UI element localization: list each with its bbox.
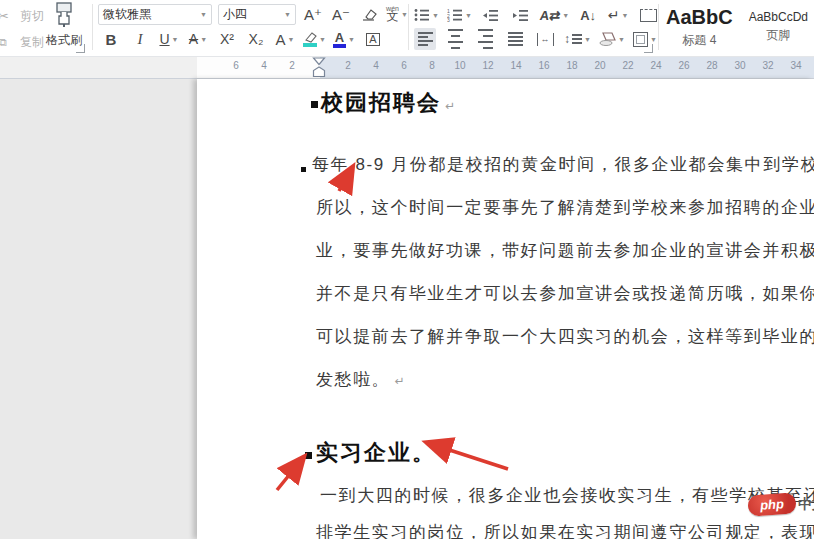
justify-button[interactable] — [504, 28, 526, 50]
grow-font-button[interactable]: A⁺ — [302, 3, 324, 25]
paragraph-mark: ↵ — [445, 99, 455, 113]
body-line: 业，要事先做好功课，带好问题前去参加企业的宣讲会并积极投递简历 — [316, 239, 814, 262]
chevron-down-icon: ▼ — [621, 12, 628, 19]
chevron-down-icon: ▼ — [650, 36, 657, 43]
decrease-indent-button[interactable] — [480, 4, 502, 26]
character-border-button[interactable]: A — [362, 28, 384, 50]
bold-button[interactable]: B — [100, 28, 122, 50]
chevron-down-icon: ▼ — [319, 36, 326, 43]
character-border-glyph: A — [366, 33, 379, 46]
shrink-font-button[interactable]: A⁻ — [330, 3, 352, 25]
font-color-button[interactable]: A ▼ — [333, 28, 355, 50]
increase-indent-button[interactable] — [510, 4, 532, 26]
format-painter-button[interactable]: 格式刷 — [40, 2, 88, 49]
indent-markers[interactable] — [312, 57, 326, 78]
copy-button[interactable]: ⧉ 复制 — [0, 31, 44, 53]
align-right-button[interactable] — [474, 28, 496, 50]
font-family-select[interactable]: 微软雅黑 ▼ — [98, 4, 212, 25]
subscript-button[interactable]: X₂ — [245, 28, 267, 50]
chevron-down-icon: ▼ — [562, 12, 569, 19]
chevron-down-icon: ▼ — [584, 36, 591, 43]
align-right-icon — [478, 27, 493, 51]
scissors-icon: ✂ — [0, 5, 14, 27]
sort-button[interactable]: A↓ — [577, 4, 599, 26]
style-label: 标题 4 — [682, 32, 716, 49]
underline-glyph: U — [159, 32, 169, 46]
brush-icon — [53, 2, 75, 28]
strikethrough-glyph: A — [189, 32, 198, 46]
paragraph-dialog-launcher[interactable] — [644, 44, 653, 53]
body-line: 所以，这个时间一定要事先了解清楚到学校来参加招聘的企业，如果有喜 — [316, 196, 814, 219]
shading-button[interactable]: ▼ — [599, 28, 625, 50]
underline-button[interactable]: U▼ — [158, 28, 180, 50]
clear-format-button[interactable] — [358, 3, 380, 25]
ruler-right-marks: 246810121416182022242628303234 — [334, 60, 810, 71]
bullet-list-button[interactable]: ▼ — [414, 4, 439, 26]
font-size-select[interactable]: 小四 ▼ — [218, 4, 296, 25]
heading-style-bullet — [305, 452, 312, 459]
highlighter-icon — [303, 32, 317, 47]
sort-icon: A↓ — [580, 9, 596, 22]
distribute-icon: ↔ — [537, 33, 554, 46]
numbered-list-icon: 123 — [447, 8, 463, 22]
change-case-glyph: A — [276, 32, 286, 47]
align-left-button[interactable] — [414, 28, 436, 50]
increase-indent-icon — [512, 9, 529, 22]
body-line: 排学生实习的岗位，所以如果在实习期间遵守公司规定，表现较好，一般 — [316, 521, 814, 539]
php-logo: php — [747, 492, 796, 516]
clipboard-dialog-launcher[interactable] — [76, 44, 85, 53]
chevron-down-icon: ▼ — [284, 11, 291, 18]
body-line: 并不是只有毕业生才可以去参加宣讲会或投递简历哦，如果你是大三的 — [316, 282, 814, 305]
chevron-down-icon: ▼ — [288, 36, 295, 43]
character-scale-button[interactable]: A⇄▼ — [540, 4, 569, 26]
body-line-text: 发愁啦。 — [316, 370, 390, 389]
superscript-button[interactable]: X² — [216, 28, 238, 50]
line-spacing-button[interactable]: ↕ ▼ — [564, 28, 591, 50]
numbered-list-button[interactable]: 123 ▼ — [447, 4, 472, 26]
paragraph-mark: ↵ — [394, 374, 404, 388]
svg-text:3: 3 — [447, 17, 450, 22]
character-scale-icon: A⇄ — [539, 9, 561, 22]
style-preview: AaBbCcDd — [749, 10, 808, 24]
chevron-down-icon: ▼ — [348, 36, 355, 43]
watermark: php 中文网 — [748, 494, 814, 515]
left-indent-marker — [314, 67, 325, 77]
document-heading-1: 校园招聘会↵ — [321, 88, 455, 118]
bullet-list-icon — [414, 8, 430, 22]
pinyin-guide-button[interactable]: wén 文 ▼ — [386, 3, 408, 25]
style-label: 页脚 — [766, 27, 790, 44]
change-case-button[interactable]: A▼ — [274, 28, 296, 50]
decrease-indent-icon — [482, 9, 499, 22]
heading-text: 校园招聘会 — [321, 90, 441, 115]
heading-style-bullet — [311, 101, 318, 108]
show-paragraph-marks-button[interactable]: ↵▼ — [607, 4, 629, 26]
chevron-down-icon: ▼ — [465, 12, 472, 19]
ribbon-toolbar: ✂ 剪切 ⧉ 复制 格式刷 微软雅黑 ▼ 小四 ▼ A⁺ A⁻ — [0, 0, 814, 57]
font-color-icon: A — [333, 31, 346, 48]
style-preview: AaBbC — [666, 6, 733, 29]
highlight-color-button[interactable]: ▼ — [303, 28, 326, 50]
tab-stops-button[interactable] — [637, 4, 659, 26]
list-bullet — [301, 167, 306, 172]
chevron-down-icon: ▼ — [401, 11, 408, 18]
document-page[interactable] — [197, 79, 814, 539]
chevron-down-icon: ▼ — [618, 36, 625, 43]
first-line-indent-marker — [314, 58, 325, 65]
distribute-button[interactable]: ↔ — [534, 28, 556, 50]
justify-icon — [508, 30, 523, 48]
chevron-down-icon: ▼ — [432, 12, 439, 19]
document-canvas[interactable]: 校园招聘会↵ 每年 8-9 月份都是校招的黄金时间，很多企业都会集中到学校抢夺优… — [0, 79, 814, 539]
italic-button[interactable]: I — [129, 28, 151, 50]
font-family-value: 微软雅黑 — [103, 6, 151, 23]
style-item-heading4[interactable]: AaBbC 标题 4 — [666, 3, 733, 51]
chevron-down-icon: ▼ — [200, 11, 207, 18]
pinyin-char: 文 — [387, 12, 399, 22]
paragraph-mark-icon: ↵ — [608, 8, 620, 22]
heading-text: 实习企业。 — [316, 440, 436, 465]
style-item-footer[interactable]: AaBbCcDd 页脚 — [749, 3, 808, 51]
align-left-icon — [418, 30, 433, 48]
horizontal-ruler[interactable]: 642 246810121416182022242628303234 — [0, 57, 814, 79]
cut-button[interactable]: ✂ 剪切 — [0, 5, 44, 27]
strikethrough-button[interactable]: A▼ — [187, 28, 209, 50]
align-center-button[interactable] — [444, 28, 466, 50]
